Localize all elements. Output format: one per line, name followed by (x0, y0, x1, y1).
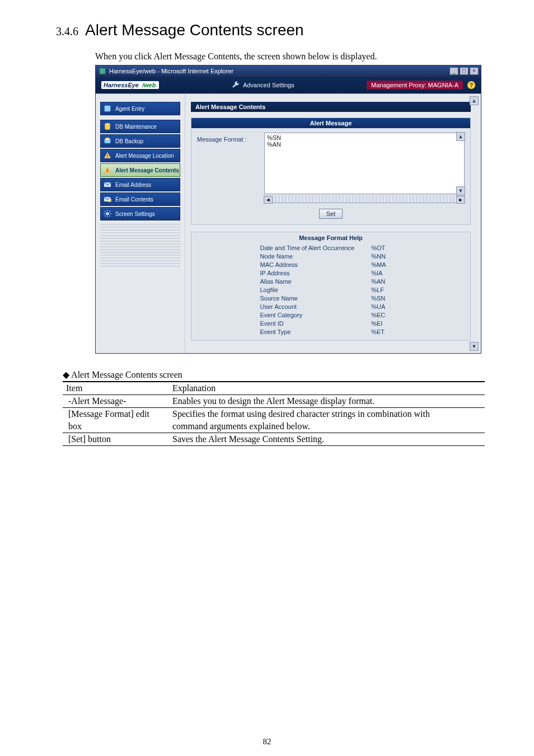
explain-caption: ◆ Alert Message Contents screen (63, 369, 478, 380)
alert-location-icon (103, 151, 112, 160)
table-row: Alias Name%AN (260, 278, 401, 285)
help-code: %OT (371, 245, 401, 252)
help-name: Source Name (260, 295, 370, 302)
table-row: [Set] button Saves the Alert Message Con… (63, 433, 485, 446)
explain-item: [Message Format] edit (63, 408, 169, 421)
help-code: %ET (371, 328, 401, 336)
explain-item: box (63, 420, 169, 433)
app-logo-main: HarnessEye (104, 82, 139, 88)
help-code: %MA (371, 261, 401, 269)
textarea-scroll-down-icon[interactable]: ▼ (456, 186, 465, 195)
sidebar-item-email-contents[interactable]: Email Contents (100, 192, 180, 206)
help-name: Date and Time of Alert Occurrence (260, 245, 370, 252)
section-heading: 3.4.6 Alert Message Contents screen (56, 21, 478, 39)
table-row: Source Name%SN (260, 295, 401, 302)
explain-head-exp: Explanation (169, 382, 485, 395)
alert-contents-icon (103, 166, 112, 175)
scrollbar-down-icon[interactable]: ▼ (470, 342, 479, 351)
set-button[interactable]: Set (319, 209, 343, 219)
textarea-hscrollbar[interactable] (264, 195, 465, 203)
app-logo: HarnessEye/web (101, 81, 159, 89)
svg-rect-7 (107, 171, 107, 172)
help-name: Node Name (260, 253, 370, 260)
textarea-scroll-right-icon[interactable]: ► (456, 196, 465, 204)
svg-rect-3 (106, 138, 110, 140)
help-table: Date and Time of Alert Occurrence%OT Nod… (259, 243, 402, 337)
app-header: HarnessEye/web Advanced Settings Managem… (96, 77, 481, 93)
sidebar-item-label: Alert Message Location (115, 153, 174, 159)
header-tool-label[interactable]: Advanced Settings (243, 82, 294, 88)
sidebar-item-db-backup[interactable]: DB Backup (100, 134, 180, 148)
backup-icon (103, 137, 112, 145)
help-name: Event Category (260, 312, 370, 319)
page-number: 82 (56, 737, 478, 746)
wrench-icon (232, 81, 240, 90)
sidebar-item-db-maintenance[interactable]: DB Maintenance (100, 120, 180, 133)
svg-rect-6 (107, 169, 107, 171)
panel-heading: Alert Message (191, 118, 470, 128)
mail-contents-icon (103, 195, 112, 204)
explain-head-item: Item (63, 382, 169, 395)
ie-icon (99, 68, 106, 74)
sidebar-item-label: Email Contents (115, 196, 153, 203)
help-name: IP Address (260, 270, 370, 277)
help-code: %EI (371, 320, 401, 327)
window-maximize-button[interactable]: □ (460, 67, 469, 75)
table-row: [Message Format] edit Specifies the form… (63, 408, 485, 421)
alert-message-panel: Alert Message Message Format : ▲ ▼ ◄ ► (191, 118, 471, 225)
svg-rect-4 (107, 154, 107, 156)
help-code: %IA (371, 270, 401, 277)
table-row: Event Type%ET (260, 328, 401, 336)
window-close-button[interactable]: × (470, 67, 479, 75)
table-row: Event Category%EC (260, 312, 401, 319)
content-title-banner: Alert Message Contents (191, 102, 471, 112)
help-name: Alias Name (260, 278, 370, 285)
scrollbar-up-icon[interactable]: ▲ (470, 96, 479, 105)
explain-exp: Specifies the format using desired chara… (169, 408, 485, 421)
table-row: IP Address%IA (260, 270, 401, 277)
sidebar-item-alert-contents[interactable]: Alert Message Contents (100, 163, 180, 177)
sidebar-item-email-address[interactable]: Email Address (100, 178, 180, 191)
help-code: %SN (371, 295, 401, 302)
table-row: MAC Address%MA (260, 261, 401, 269)
sidebar-item-label: DB Backup (115, 138, 143, 144)
textarea-scroll-left-icon[interactable]: ◄ (264, 196, 273, 204)
table-row: Node Name%NN (260, 253, 401, 260)
help-code: %UA (371, 303, 401, 311)
window-minimize-button[interactable]: _ (449, 67, 458, 75)
sidebar-item-label: Alert Message Contents (115, 167, 179, 173)
agent-icon (103, 104, 112, 113)
settings-icon (103, 209, 112, 218)
explain-exp: Saves the Alert Message Contents Setting… (169, 433, 485, 446)
intro-text: When you click Alert Message Contents, t… (95, 51, 478, 62)
help-name: User Account (260, 303, 370, 311)
help-name: Event Type (260, 328, 370, 336)
help-icon[interactable]: ? (467, 81, 475, 89)
explanation-table: Item Explanation -Alert Message- Enables… (63, 381, 485, 446)
window-titlebar: HarnessEye/web - Microsoft Internet Expl… (96, 65, 481, 77)
db-icon (103, 122, 112, 131)
svg-point-11 (106, 212, 109, 215)
sidebar-item-agent-entry[interactable]: Agent Entry (100, 102, 180, 115)
svg-rect-0 (105, 106, 111, 112)
browser-window: HarnessEye/web - Microsoft Internet Expl… (95, 65, 481, 354)
help-heading: Message Format Help (191, 234, 470, 241)
help-code: %AN (371, 278, 401, 285)
message-format-label: Message Format : (197, 133, 259, 143)
textarea-scroll-up-icon[interactable]: ▲ (456, 132, 465, 141)
sidebar-item-alert-location[interactable]: Alert Message Location (100, 149, 180, 162)
table-row: Logfile%LF (260, 287, 401, 294)
help-code: %LF (371, 287, 401, 294)
help-panel: Message Format Help Date and Time of Ale… (191, 232, 471, 341)
explain-item: [Set] button (63, 433, 169, 446)
table-row: box command arguments explained below. (63, 420, 485, 433)
message-format-input[interactable] (264, 133, 465, 194)
window-title: HarnessEye/web - Microsoft Internet Expl… (109, 68, 233, 74)
sidebar-item-screen-settings[interactable]: Screen Settings (100, 207, 180, 220)
table-row: Event ID%EI (260, 320, 401, 327)
svg-rect-5 (107, 157, 107, 157)
svg-rect-10 (108, 199, 111, 202)
heading-number: 3.4.6 (56, 25, 78, 38)
sidebar-item-label: Screen Settings (115, 211, 155, 217)
help-name: MAC Address (260, 261, 370, 269)
